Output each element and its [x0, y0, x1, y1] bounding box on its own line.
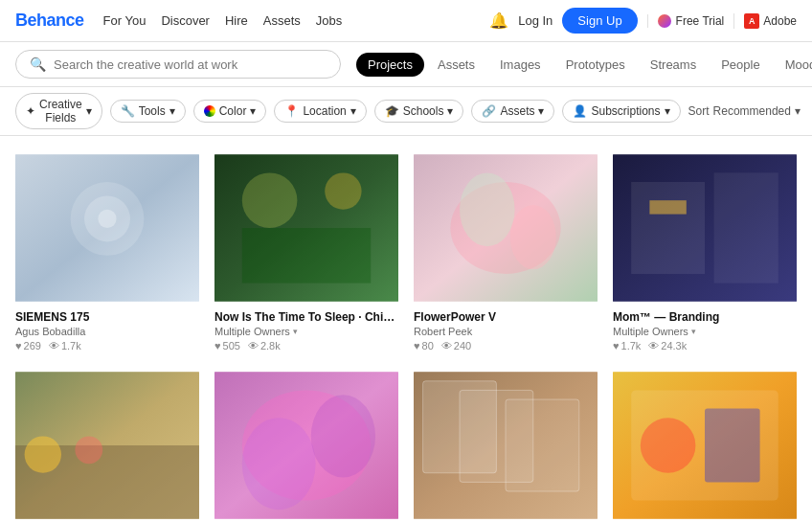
- views-stat: 👁 1.7k: [49, 340, 81, 352]
- eye-icon: 👁: [648, 340, 659, 352]
- project-card[interactable]: Mom™ — Branding Multiple Owners ▾ ♥ 1.7k…: [613, 151, 797, 353]
- chevron-down-icon: ▾: [169, 104, 175, 118]
- chevron-down-icon: ▾: [350, 104, 356, 118]
- svg-rect-31: [705, 409, 760, 483]
- tab-people[interactable]: People: [710, 53, 771, 77]
- nav-assets[interactable]: Assets: [263, 13, 301, 28]
- project-card[interactable]: LIFT Magazine — Editorial Illustrations …: [613, 369, 797, 522]
- author-name: Agus Bobadilla: [15, 326, 85, 337]
- sort-label: Sort: [688, 104, 710, 118]
- chevron-down-icon: ▾: [691, 327, 696, 336]
- svg-point-18: [25, 436, 61, 472]
- card-author: Robert Peek: [414, 326, 598, 337]
- heart-icon: ♥: [15, 340, 22, 352]
- free-trial-label: Free Trial: [676, 14, 725, 28]
- search-tabs-row: 🔍 Projects Assets Images Prototypes Stre…: [0, 42, 812, 87]
- filter-creative-fields[interactable]: ✦ Creative Fields ▾: [15, 93, 102, 129]
- login-button[interactable]: Log In: [518, 13, 553, 28]
- tab-assets[interactable]: Assets: [426, 53, 486, 77]
- tab-streams[interactable]: Streams: [639, 53, 708, 77]
- project-card[interactable]: Hungarian Postage stamps - 2022 Robinson…: [414, 369, 598, 522]
- tab-prototypes[interactable]: Prototypes: [554, 53, 637, 77]
- notification-bell-icon[interactable]: 🔔: [489, 11, 508, 30]
- project-card[interactable]: FlowerPower V Robert Peek ♥ 80 👁 240: [414, 151, 598, 353]
- likes-stat: ♥ 269: [15, 340, 41, 352]
- chevron-down-icon: ▾: [795, 104, 801, 118]
- nav-jobs[interactable]: Jobs: [316, 13, 342, 28]
- signup-button[interactable]: Sign Up: [562, 8, 637, 34]
- chevron-down-icon: ▾: [86, 104, 92, 118]
- card-thumbnail: [15, 369, 199, 522]
- tab-moodboards[interactable]: Moodboards: [774, 53, 812, 77]
- card-title: SIEMENS 175: [15, 310, 199, 324]
- card-thumbnail: [613, 151, 797, 305]
- card-image: [613, 369, 797, 522]
- chevron-down-icon: ▾: [665, 104, 670, 118]
- card-stats: ♥ 80 👁 240: [414, 340, 598, 352]
- views-stat: 👁 24.3k: [648, 340, 687, 352]
- likes-count: 80: [422, 340, 434, 352]
- card-author: Multiple Owners ▾: [214, 326, 398, 337]
- project-card[interactable]: SIEMENS 175 Agus Bobadilla ♥ 269 👁 1.7k: [15, 151, 199, 353]
- author-name: Robert Peek: [414, 326, 472, 337]
- card-thumbnail: [15, 151, 199, 305]
- adobe-logo-icon: A: [744, 13, 759, 29]
- filter-schools[interactable]: 🎓 Schools ▾: [374, 100, 464, 123]
- svg-point-23: [311, 395, 375, 477]
- svg-rect-14: [714, 172, 778, 283]
- adobe-section: A Adobe: [733, 13, 797, 29]
- sort-section[interactable]: Sort Recommended ▾: [688, 104, 801, 118]
- header-right: 🔔 Log In Sign Up Free Trial A Adobe: [489, 8, 797, 34]
- likes-count: 505: [223, 340, 240, 352]
- adobe-free-trial-badge[interactable]: Free Trial: [647, 14, 725, 28]
- card-title: FlowerPower V: [414, 310, 598, 324]
- tab-images[interactable]: Images: [488, 53, 553, 77]
- views-count: 24.3k: [661, 340, 687, 352]
- likes-stat: ♥ 505: [214, 340, 240, 352]
- adobe-label: Adobe: [763, 14, 797, 28]
- likes-count: 269: [24, 340, 41, 352]
- filter-color[interactable]: Color ▾: [193, 100, 267, 123]
- creative-fields-icon: ✦: [26, 104, 35, 118]
- card-image: [214, 369, 398, 522]
- schools-icon: 🎓: [385, 104, 399, 118]
- card-title: Mom™ — Branding: [613, 310, 797, 324]
- card-image: [613, 151, 797, 305]
- nav-for-you[interactable]: For You: [103, 13, 147, 28]
- subscriptions-icon: 👤: [573, 104, 587, 118]
- card-stats: ♥ 269 👁 1.7k: [15, 340, 199, 352]
- nav-hire[interactable]: Hire: [225, 13, 248, 28]
- project-card[interactable]: Now Is The Time To Sleep · Chinese Book …: [214, 151, 398, 353]
- svg-point-3: [98, 210, 116, 228]
- filter-tools[interactable]: 🔧 Tools ▾: [110, 100, 186, 123]
- filter-assets[interactable]: 🔗 Assets ▾: [471, 100, 554, 123]
- svg-rect-27: [506, 399, 579, 491]
- filter-location[interactable]: 📍 Location ▾: [274, 100, 366, 123]
- card-meta: Now Is The Time To Sleep · Chinese Book …: [214, 305, 398, 353]
- card-image: [414, 151, 598, 305]
- card-meta: FlowerPower V Robert Peek ♥ 80 👁 240: [414, 305, 598, 353]
- svg-point-5: [242, 172, 298, 228]
- chevron-down-icon: ▾: [293, 327, 298, 336]
- svg-point-10: [460, 172, 515, 246]
- heart-icon: ♥: [214, 340, 221, 352]
- eye-icon: 👁: [49, 340, 59, 352]
- project-card[interactable]: Personal Work (2022) Aleksandra Bokova ♥…: [214, 369, 398, 522]
- svg-rect-13: [631, 182, 705, 274]
- filter-bar: ✦ Creative Fields ▾ 🔧 Tools ▾ Color ▾ 📍 …: [0, 87, 812, 136]
- behance-logo[interactable]: Behance: [15, 11, 84, 31]
- eye-icon: 👁: [441, 340, 452, 352]
- card-thumbnail: [414, 151, 598, 305]
- svg-point-11: [510, 205, 556, 269]
- filter-subscriptions[interactable]: 👤 Subscriptions ▾: [562, 100, 680, 123]
- tab-projects[interactable]: Projects: [356, 53, 424, 77]
- nav-discover[interactable]: Discover: [161, 13, 210, 28]
- heart-icon: ♥: [613, 340, 620, 352]
- search-box[interactable]: 🔍: [15, 50, 341, 79]
- likes-stat: ♥ 80: [414, 340, 434, 352]
- search-input[interactable]: [54, 57, 322, 72]
- project-card[interactable]: La model Pep Walls ♥ 16 👁 240: [15, 369, 199, 522]
- svg-rect-6: [242, 228, 371, 284]
- svg-point-7: [325, 172, 361, 209]
- multiple-owners-label: Multiple Owners ▾: [214, 326, 298, 337]
